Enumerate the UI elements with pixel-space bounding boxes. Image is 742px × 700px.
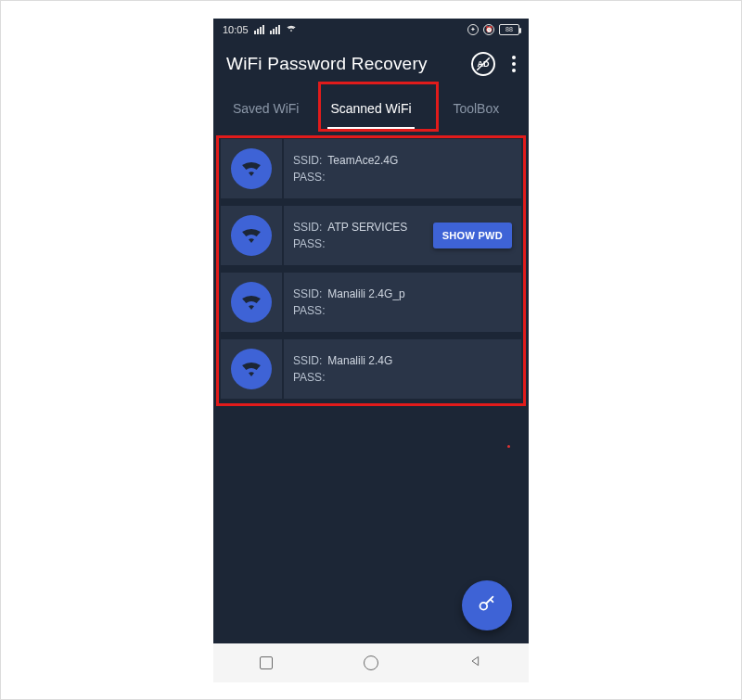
wifi-icon-col: [221, 206, 284, 265]
wifi-card[interactable]: SSID: Manalili 2.4G PASS:: [221, 339, 521, 399]
status-bar: 10:05 ✦ ⏰ 88: [213, 19, 529, 41]
triangle-back-icon: [468, 654, 483, 672]
signal-icon-2: [270, 25, 280, 34]
wifi-text: SSID: Manalili 2.4G_p PASS:: [293, 286, 512, 319]
wifi-icon: [231, 148, 272, 189]
wifi-card[interactable]: SSID: TeamAce2.4G PASS:: [221, 139, 521, 198]
battery-icon: 88: [499, 24, 519, 35]
show-password-button[interactable]: SHOW PWD: [433, 223, 512, 248]
wifi-body: SSID: Manalili 2.4G PASS:: [284, 339, 521, 399]
wifi-icon-col: [221, 339, 284, 399]
nav-back-button[interactable]: [455, 649, 496, 677]
wifi-icon-col: [221, 139, 284, 198]
ssid-value: TeamAce2.4G: [327, 152, 398, 169]
wifi-body: SSID: ATP SERVICES PASS: SHOW PWD: [284, 206, 521, 265]
phone-screen: 10:05 ✦ ⏰ 88 WiFi Password Recovery AD: [213, 19, 529, 682]
status-right: ✦ ⏰ 88: [467, 24, 519, 35]
network-list[interactable]: SSID: TeamAce2.4G PASS:: [213, 130, 529, 399]
app-bar: WiFi Password Recovery AD: [213, 41, 529, 87]
unlock-fab[interactable]: [462, 580, 512, 630]
wifi-icon: [231, 215, 272, 256]
wifi-icon: [231, 282, 272, 323]
tab-label: Scanned WiFi: [330, 101, 411, 116]
ssid-label: SSID:: [293, 286, 322, 302]
tab-toolbox[interactable]: ToolBox: [424, 87, 529, 130]
dnd-icon: ✦: [467, 24, 479, 35]
status-time: 10:05: [223, 24, 249, 35]
ssid-label: SSID:: [293, 152, 322, 169]
ssid-value: Manalili 2.4G: [327, 352, 392, 369]
ssid-label: SSID:: [293, 352, 322, 369]
tab-label: ToolBox: [453, 101, 499, 116]
screenshot-frame: 10:05 ✦ ⏰ 88 WiFi Password Recovery AD: [0, 0, 742, 700]
tabs: Saved WiFi Scanned WiFi ToolBox: [213, 87, 529, 130]
pass-label: PASS:: [293, 169, 325, 185]
wifi-status-icon: [286, 23, 297, 36]
battery-level: 88: [505, 26, 513, 32]
alarm-icon: ⏰: [483, 24, 494, 35]
tabs-container: Saved WiFi Scanned WiFi ToolBox: [213, 87, 529, 130]
wifi-text: SSID: TeamAce2.4G PASS:: [293, 152, 512, 185]
pass-label: PASS:: [293, 302, 325, 319]
tab-saved-wifi[interactable]: Saved WiFi: [213, 87, 318, 130]
ssid-value: ATP SERVICES: [327, 219, 407, 235]
key-icon: [477, 593, 497, 617]
wifi-body: SSID: Manalili 2.4G_p PASS:: [284, 273, 521, 332]
nav-home-button[interactable]: [351, 649, 391, 677]
status-left: 10:05: [223, 23, 297, 36]
app-actions: AD: [471, 52, 519, 76]
wifi-text: SSID: ATP SERVICES PASS:: [293, 219, 433, 252]
annotation-dot: [507, 445, 510, 448]
wifi-icon: [231, 349, 272, 389]
ad-block-icon[interactable]: AD: [471, 52, 495, 76]
circle-icon: [364, 655, 378, 670]
wifi-card[interactable]: SSID: ATP SERVICES PASS: SHOW PWD: [221, 206, 521, 265]
tab-scanned-wifi[interactable]: Scanned WiFi: [318, 87, 423, 130]
overflow-menu-icon[interactable]: [508, 52, 519, 76]
pass-label: PASS:: [293, 235, 325, 252]
tab-label: Saved WiFi: [233, 101, 300, 116]
svg-line-0: [477, 57, 490, 70]
android-nav-bar: [213, 643, 529, 682]
signal-icon: [254, 25, 264, 34]
wifi-text: SSID: Manalili 2.4G PASS:: [293, 352, 512, 386]
wifi-body: SSID: TeamAce2.4G PASS:: [284, 139, 521, 198]
ssid-label: SSID:: [293, 219, 322, 235]
app-title: WiFi Password Recovery: [226, 54, 428, 74]
ssid-value: Manalili 2.4G_p: [327, 286, 404, 302]
wifi-icon-col: [221, 273, 284, 332]
pass-label: PASS:: [293, 369, 325, 386]
wifi-card[interactable]: SSID: Manalili 2.4G_p PASS:: [221, 273, 521, 332]
square-icon: [260, 656, 273, 669]
nav-recent-button[interactable]: [246, 649, 287, 677]
